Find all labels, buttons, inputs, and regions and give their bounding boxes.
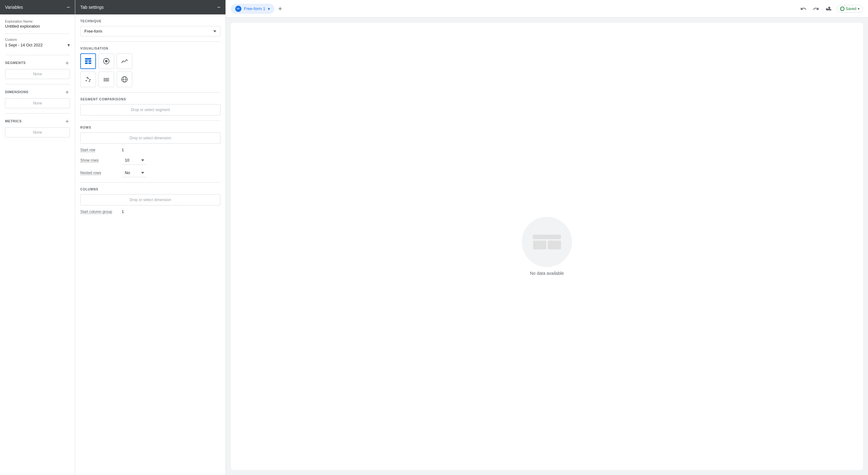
tab-chevron-icon: ▾ — [268, 6, 270, 11]
no-data-text: No data available — [530, 271, 564, 276]
segments-none: None — [5, 69, 70, 79]
status-chevron-icon: ▾ — [858, 7, 860, 11]
status-badge[interactable]: Saved ▾ — [837, 5, 863, 12]
no-data-illustration — [522, 217, 572, 267]
redo-button[interactable] — [811, 4, 820, 13]
vis-donut-button[interactable] — [98, 53, 114, 69]
exploration-name-section: Exploration Name: Untitled exploration — [5, 20, 70, 29]
tab-label: Free-form 1 — [244, 6, 265, 11]
svg-point-6 — [105, 60, 107, 62]
svg-rect-14 — [103, 81, 109, 81]
segments-section-header: SEGMENTS ＋ — [5, 59, 70, 66]
tab-icon: ✏ — [235, 6, 242, 12]
tab-settings-content: TECHNIQUE Free-form Funnel exploration S… — [75, 14, 225, 223]
panel-divider-3 — [80, 120, 220, 121]
illus-top-bar — [533, 235, 561, 239]
svg-point-9 — [89, 79, 91, 80]
vis-table-button[interactable] — [80, 53, 96, 69]
date-section: Custom 1 Sept - 14 Oct 2022 ▾ — [5, 38, 70, 49]
illustration-bars — [533, 235, 561, 249]
illus-cell-row — [533, 241, 561, 249]
show-rows-label: Show rows — [80, 158, 118, 162]
divider-4 — [5, 113, 70, 114]
exploration-name-value: Untitled exploration — [5, 24, 70, 29]
start-row-value: 1 — [122, 147, 124, 152]
top-bar: ✏ Free-form 1 ▾ + Saved ▾ — [226, 0, 868, 18]
technique-select[interactable]: Free-form Funnel exploration Segment ove… — [80, 26, 220, 36]
divider-2 — [5, 55, 70, 55]
nested-rows-label: Nested rows — [80, 171, 118, 175]
add-dimension-button[interactable]: ＋ — [64, 88, 70, 96]
svg-point-7 — [86, 80, 87, 81]
tab-settings-minimize[interactable]: − — [217, 4, 220, 10]
vis-bar-button[interactable] — [98, 71, 114, 87]
vis-line-button[interactable] — [117, 53, 132, 69]
rows-label: ROWS — [80, 126, 220, 129]
add-segment-button[interactable]: ＋ — [64, 59, 70, 66]
start-column-group-label: Start column group — [80, 210, 118, 214]
date-range-text: 1 Sept - 14 Oct 2022 — [5, 43, 43, 48]
status-label: Saved — [846, 7, 857, 11]
active-tab[interactable]: ✏ Free-form 1 ▾ — [231, 4, 274, 14]
metrics-section-header: METRICS ＋ — [5, 117, 70, 125]
visualisation-label: VISUALISATION — [80, 47, 220, 50]
svg-rect-2 — [88, 60, 91, 62]
visualisation-grid — [80, 53, 220, 87]
metrics-none: None — [5, 127, 70, 138]
top-bar-right: Saved ▾ — [799, 4, 863, 13]
svg-rect-13 — [103, 79, 109, 80]
add-tab-button[interactable]: + — [277, 3, 283, 14]
columns-drop-zone[interactable]: Drop or select dimension — [80, 194, 220, 206]
illus-cell-right — [548, 241, 561, 249]
show-rows-select[interactable]: 10 1 5 25 50 100 — [122, 156, 147, 165]
svg-rect-3 — [85, 62, 88, 64]
variables-panel-minimize[interactable]: − — [66, 4, 70, 10]
segments-title: SEGMENTS — [5, 61, 26, 65]
variables-panel: Variables − Exploration Name: Untitled e… — [0, 0, 75, 475]
start-row-row: Start row 1 — [80, 147, 220, 152]
date-chevron-icon: ▾ — [67, 42, 70, 48]
main-panel: No data available — [226, 18, 868, 475]
segment-drop-zone[interactable]: Drop or select segment — [80, 104, 220, 115]
tab-settings-title: Tab settings — [80, 5, 104, 10]
svg-rect-0 — [85, 58, 91, 60]
nested-rows-row: Nested rows No Yes — [80, 169, 220, 177]
svg-point-10 — [87, 77, 88, 78]
vis-scatter-button[interactable] — [80, 71, 96, 87]
share-button[interactable] — [824, 4, 833, 13]
dimensions-title: DIMENSIONS — [5, 90, 29, 94]
variables-panel-title: Variables — [5, 5, 23, 10]
start-row-label: Start row — [80, 148, 118, 152]
undo-button[interactable] — [799, 4, 808, 13]
segment-comparisons-label: SEGMENT COMPARISONS — [80, 97, 220, 101]
divider-1 — [5, 34, 70, 34]
vis-geo-button[interactable] — [117, 71, 132, 87]
chart-card: No data available — [231, 23, 863, 470]
panel-divider-4 — [80, 182, 220, 183]
panel-divider-1 — [80, 41, 220, 42]
status-dot-icon — [840, 7, 844, 11]
top-bar-left: ✏ Free-form 1 ▾ + — [231, 3, 283, 14]
divider-3 — [5, 84, 70, 84]
date-range-button[interactable]: 1 Sept - 14 Oct 2022 ▾ — [5, 41, 70, 49]
svg-rect-1 — [85, 60, 88, 62]
variables-content: Exploration Name: Untitled exploration C… — [0, 14, 75, 475]
panel-divider-2 — [80, 92, 220, 93]
exploration-name-label: Exploration Name: — [5, 20, 70, 23]
columns-label: COLUMNS — [80, 188, 220, 191]
add-metric-button[interactable]: ＋ — [64, 117, 70, 125]
main-content: ✏ Free-form 1 ▾ + Saved ▾ — [226, 0, 868, 475]
variables-panel-header: Variables − — [0, 0, 75, 14]
show-rows-row: Show rows 10 1 5 25 50 100 — [80, 156, 220, 165]
technique-label: TECHNIQUE — [80, 20, 220, 23]
start-column-group-row: Start column group 1 — [80, 209, 220, 214]
date-custom-label: Custom — [5, 38, 70, 41]
tab-settings-panel-header: Tab settings − — [75, 0, 225, 14]
svg-point-11 — [89, 81, 90, 82]
tab-settings-panel: Tab settings − TECHNIQUE Free-form Funne… — [75, 0, 226, 475]
illus-cell-left — [533, 241, 546, 249]
rows-drop-zone[interactable]: Drop or select dimension — [80, 132, 220, 144]
dimensions-section-header: DIMENSIONS ＋ — [5, 88, 70, 96]
metrics-title: METRICS — [5, 119, 22, 123]
nested-rows-select[interactable]: No Yes — [122, 169, 147, 177]
